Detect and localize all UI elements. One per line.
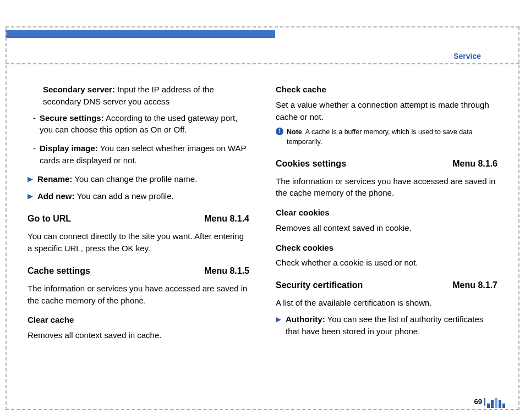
arrow-icon: ▶ <box>276 313 286 338</box>
cache-settings-title: Cache settings <box>28 264 90 277</box>
page-number: 69 <box>474 397 482 406</box>
goto-url-title: Go to URL <box>28 212 71 225</box>
secondary-server-label: Secondary server: <box>43 85 115 94</box>
clear-cache-title: Clear cache <box>28 314 249 326</box>
page-number-divider <box>484 398 485 406</box>
dash-icon: - <box>33 112 40 136</box>
cookies-title: Cookies settings <box>276 157 346 170</box>
secure-settings-label: Secure settings: <box>40 113 104 123</box>
addnew-label: Add new: <box>37 191 75 201</box>
rename-label: Rename: <box>37 174 72 184</box>
security-title: Security certification <box>276 279 363 291</box>
addnew-item: ▶ Add new: You can add a new profile. <box>28 190 249 202</box>
secondary-server-item: Secondary server: Input the IP address o… <box>28 84 249 108</box>
display-image-item: - Display image: You can select whether … <box>28 142 249 167</box>
goto-url-text: You can connect directly to the site you… <box>28 230 249 255</box>
security-text: A list of the available certification is… <box>276 297 497 309</box>
left-column: Secondary server: Input the IP address o… <box>28 84 249 387</box>
clear-cookies-text: Removes all context saved in cookie. <box>276 222 497 234</box>
display-image-label: Display image: <box>40 143 98 153</box>
addnew-text: You can add a new profile. <box>75 191 174 201</box>
cache-settings-menu: Menu 8.1.5 <box>204 264 249 277</box>
secure-settings-item: - Secure settings: According to the used… <box>28 112 249 136</box>
header-divider <box>6 63 519 64</box>
security-heading: Security certification Menu 8.1.7 <box>276 279 497 291</box>
authority-item: ▶ Authority: You can see the list of aut… <box>276 313 497 338</box>
cache-settings-text: The information or services you have acc… <box>28 283 249 307</box>
cookies-text: The information or services you have acc… <box>276 175 497 200</box>
cookies-heading: Cookies settings Menu 8.1.6 <box>276 157 497 170</box>
goto-url-heading: Go to URL Menu 8.1.4 <box>28 212 249 225</box>
rename-item: ▶ Rename: You can change the profile nam… <box>28 173 249 185</box>
dash-icon: - <box>33 142 40 167</box>
clear-cookies-title: Clear cookies <box>276 207 497 219</box>
left-border <box>6 26 7 410</box>
right-column: Check cache Set a value whether a connec… <box>276 84 497 387</box>
header-accent-bar <box>6 30 275 38</box>
section-label: Service <box>453 52 481 60</box>
bottom-border <box>6 409 519 410</box>
cache-settings-heading: Cache settings Menu 8.1.5 <box>28 264 249 277</box>
right-border <box>518 26 519 410</box>
check-cache-title: Check cache <box>276 84 497 96</box>
rename-text: You can change the profile name. <box>72 174 197 184</box>
check-cookies-title: Check cookies <box>276 242 497 254</box>
cookies-menu: Menu 8.1.6 <box>452 157 497 170</box>
thumb-index-icon <box>487 398 505 408</box>
note-text: A cache is a buffer memory, which is use… <box>287 128 473 146</box>
check-cache-text: Set a value whether a connection attempt… <box>276 99 497 123</box>
goto-url-menu: Menu 8.1.4 <box>204 212 249 225</box>
arrow-icon: ▶ <box>28 190 37 202</box>
top-border <box>6 26 519 27</box>
note-row: ! NoteA cache is a buffer memory, which … <box>276 127 497 147</box>
clear-cache-text: Removes all context saved in cache. <box>28 329 249 341</box>
arrow-icon: ▶ <box>28 173 37 185</box>
content-columns: Secondary server: Input the IP address o… <box>28 84 497 387</box>
info-icon: ! <box>276 128 283 135</box>
security-menu: Menu 8.1.7 <box>452 279 497 291</box>
authority-label: Authority: <box>286 314 325 324</box>
note-label: Note <box>287 128 302 136</box>
check-cookies-text: Check whether a cookie is used or not. <box>276 257 497 269</box>
